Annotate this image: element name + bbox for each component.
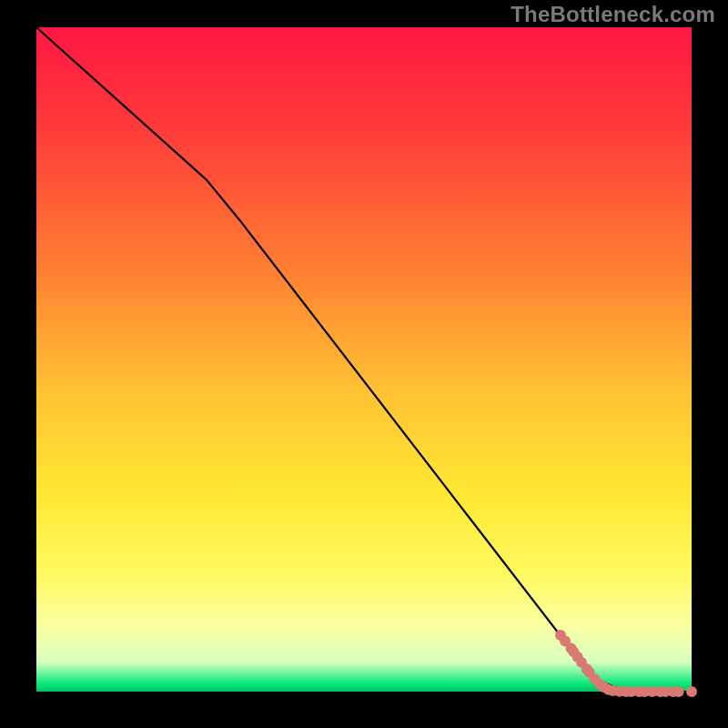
data-point [686, 686, 697, 697]
attribution-text: TheBottleneck.com [511, 2, 715, 27]
data-point [673, 686, 684, 697]
chart-container: TheBottleneck.com [0, 0, 728, 728]
plot-area [36, 27, 692, 692]
chart-svg [0, 0, 728, 728]
